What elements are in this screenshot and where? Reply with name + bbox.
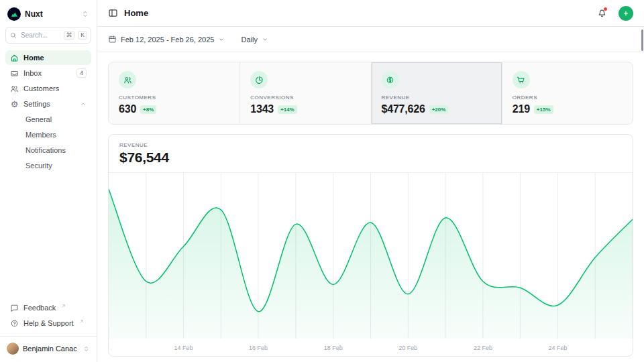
user-menu[interactable]: Benjamin Canac <box>0 336 97 357</box>
sidebar: Nuxt ⌘ K Home Inbo <box>0 0 97 362</box>
sidebar-item-security[interactable]: Security <box>5 158 91 173</box>
chart-total-value: $76,544 <box>119 149 622 166</box>
stat-value: 1343 <box>250 103 274 115</box>
user-name: Benjamin Canac <box>23 345 78 353</box>
granularity-label: Daily <box>241 36 257 44</box>
users-icon <box>10 84 19 93</box>
x-axis-tick-label: 16 Feb <box>249 345 268 351</box>
search-icon <box>9 32 17 40</box>
revenue-chart-card: REVENUE $76,544 14 Feb <box>108 134 633 357</box>
x-axis-tick-label: 24 Feb <box>548 345 567 351</box>
sidebar-item-label: Inbox <box>23 69 72 77</box>
dollar-circle-icon <box>382 71 399 88</box>
chevron-up-icon <box>80 101 87 107</box>
external-link-icon <box>61 304 66 308</box>
sidebar-item-label: Customers <box>23 84 87 93</box>
main-panel: Home Feb 12, 2025 - Feb 26, 2025 <box>97 0 644 362</box>
date-range-button[interactable]: Feb 12, 2025 - Feb 26, 2025 <box>108 35 225 44</box>
sidebar-footer: Feedback Help & Support Benjamin Canac <box>5 300 91 357</box>
stat-trend-badge: +14% <box>278 105 297 114</box>
notification-dot <box>604 7 607 11</box>
stat-label: ORDERS <box>513 95 623 101</box>
sidebar-item-members[interactable]: Members <box>5 127 91 142</box>
stat-card-customers[interactable]: CUSTOMERS 630 +8% <box>109 62 239 124</box>
cart-icon <box>513 71 530 88</box>
kbd-k: K <box>78 31 87 40</box>
chevron-down-icon <box>218 36 225 43</box>
sidebar-nav: Home Inbox 4 Customers ⚙ Settings <box>5 50 91 173</box>
page-header: Home <box>97 0 644 27</box>
chart-header: REVENUE $76,544 <box>109 135 633 173</box>
x-axis-tick-label: 20 Feb <box>398 345 417 351</box>
sidebar-item-label: Feedback <box>23 304 56 312</box>
stat-card-revenue[interactable]: REVENUE $477,626 +20% <box>371 62 502 124</box>
stat-value: 219 <box>513 103 530 115</box>
x-axis-tick-label: 22 Feb <box>474 345 492 351</box>
stats-row: CUSTOMERS 630 +8% CONVERSIONS 1343 +14% <box>108 62 633 125</box>
scrollbar-thumb[interactable] <box>641 29 643 51</box>
dashboard-app: Nuxt ⌘ K Home Inbo <box>0 0 644 362</box>
stat-trend-badge: +8% <box>140 105 156 114</box>
sidebar-item-label: Security <box>25 162 52 170</box>
sidebar-item-help-support[interactable]: Help & Support <box>5 316 91 330</box>
stat-label: REVENUE <box>382 95 492 101</box>
inbox-icon <box>10 69 19 78</box>
chart-svg: 14 Feb16 Feb18 Feb20 Feb22 Feb24 Feb <box>109 173 633 356</box>
users-icon <box>119 71 136 88</box>
sidebar-item-label: Home <box>23 54 87 62</box>
stat-label: CUSTOMERS <box>119 95 229 101</box>
sidebar-item-label: Help & Support <box>23 319 74 327</box>
granularity-select[interactable]: Daily <box>241 36 268 44</box>
workspace-switcher[interactable]: Nuxt <box>5 5 91 27</box>
page-title: Home <box>124 8 148 18</box>
sidebar-item-general[interactable]: General <box>5 112 91 127</box>
chart-title: REVENUE <box>119 142 622 148</box>
stat-value: $477,626 <box>382 103 425 115</box>
content-area: CUSTOMERS 630 +8% CONVERSIONS 1343 +14% <box>97 52 644 362</box>
sidebar-item-settings[interactable]: ⚙ Settings <box>5 97 91 111</box>
sidebar-item-inbox[interactable]: Inbox 4 <box>5 66 91 80</box>
external-link-icon <box>79 319 84 324</box>
panel-left-icon[interactable] <box>108 8 118 18</box>
sidebar-item-label: Settings <box>23 100 75 108</box>
bell-icon[interactable] <box>597 8 607 18</box>
stat-value: 630 <box>119 103 136 115</box>
gear-icon: ⚙ <box>10 100 19 109</box>
chevron-down-icon <box>262 36 268 43</box>
filter-toolbar: Feb 12, 2025 - Feb 26, 2025 Daily <box>97 27 644 52</box>
sidebar-item-label: Notifications <box>25 146 66 154</box>
sidebar-item-home[interactable]: Home <box>5 50 91 65</box>
help-circle-icon <box>10 319 19 328</box>
add-button[interactable] <box>619 6 633 21</box>
sidebar-item-label: Members <box>25 131 56 139</box>
stat-trend-badge: +15% <box>534 105 553 114</box>
chevrons-up-down-icon <box>83 345 90 353</box>
x-axis-tick-label: 18 Feb <box>324 345 343 351</box>
stat-trend-badge: +20% <box>429 105 449 114</box>
date-range-label: Feb 12, 2025 - Feb 26, 2025 <box>121 36 214 44</box>
search-box[interactable]: ⌘ K <box>5 27 91 44</box>
stat-card-orders[interactable]: ORDERS 219 +15% <box>502 62 633 124</box>
sidebar-item-feedback[interactable]: Feedback <box>5 300 91 315</box>
x-axis-tick-label: 14 Feb <box>174 345 193 351</box>
kbd-cmd: ⌘ <box>64 31 75 40</box>
sidebar-item-label: General <box>25 115 52 123</box>
search-input[interactable] <box>21 32 60 39</box>
inbox-count-badge: 4 <box>76 68 87 78</box>
avatar <box>7 343 19 355</box>
revenue-area-chart: 14 Feb16 Feb18 Feb20 Feb22 Feb24 Feb <box>109 173 633 356</box>
chevrons-up-down-icon[interactable] <box>81 10 89 18</box>
pie-chart-icon <box>250 71 268 88</box>
sidebar-item-customers[interactable]: Customers <box>5 81 91 96</box>
sidebar-item-notifications[interactable]: Notifications <box>5 143 91 158</box>
stat-label: CONVERSIONS <box>250 95 360 101</box>
stat-card-conversions[interactable]: CONVERSIONS 1343 +14% <box>239 62 370 124</box>
nuxt-logo <box>7 7 21 21</box>
home-icon <box>10 54 19 62</box>
chat-icon <box>10 304 19 312</box>
calendar-icon <box>108 35 117 44</box>
workspace-name: Nuxt <box>25 9 77 19</box>
